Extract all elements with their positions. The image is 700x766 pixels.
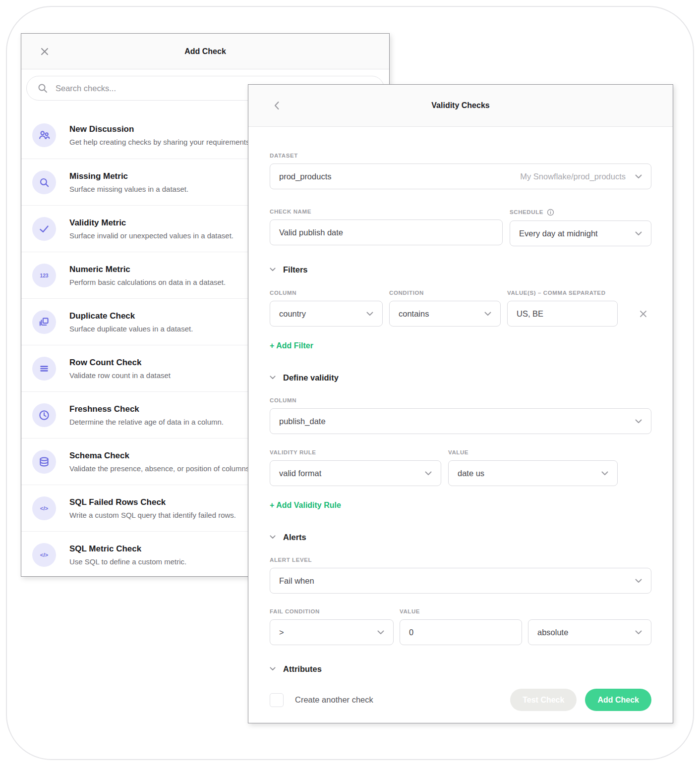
schedule-value: Every day at midnight — [519, 229, 598, 238]
filter-column-select[interactable]: country — [270, 301, 383, 327]
dataset-hint: My Snowflake/prod_products — [520, 172, 626, 181]
validity-rule-select[interactable]: valid format — [270, 460, 441, 486]
chevron-down-icon — [270, 376, 276, 380]
alert-level-label: ALERT LEVEL — [270, 557, 651, 563]
code-icon: </> — [32, 496, 56, 520]
add-check-header: Add Check — [21, 34, 389, 69]
alert-value-label: VALUE — [400, 608, 522, 615]
dataset-select[interactable]: prod_products My Snowflake/prod_products — [270, 164, 651, 189]
filters-section-toggle[interactable]: Filters — [270, 265, 651, 274]
validity-checks-header: Validity Checks — [248, 85, 673, 127]
chevron-down-icon — [601, 471, 608, 476]
magnifier-icon — [32, 170, 56, 194]
fail-condition-label: FAIL CONDITION — [270, 608, 394, 615]
dataset-label: DATASET — [270, 153, 651, 159]
dataset-value: prod_products — [279, 172, 332, 181]
chevron-down-icon — [270, 535, 276, 539]
filters-section-title: Filters — [283, 265, 308, 274]
chevron-down-icon — [270, 667, 276, 671]
define-validity-section-title: Define validity — [283, 373, 339, 383]
check-name-value: Valid publish date — [279, 228, 343, 237]
filter-values-input[interactable]: US, BE — [507, 301, 618, 327]
svg-text:123: 123 — [40, 273, 48, 278]
filter-condition-label: CONDITION — [389, 290, 501, 296]
info-icon[interactable] — [547, 209, 554, 216]
duplicate-icon — [32, 310, 56, 334]
fail-condition-select[interactable]: > — [270, 619, 394, 645]
chevron-down-icon — [635, 231, 642, 236]
chevron-down-icon — [270, 268, 276, 272]
rows-icon — [32, 357, 56, 381]
attributes-section-title: Attributes — [283, 664, 322, 674]
chevron-down-icon — [635, 174, 642, 179]
validity-checks-title: Validity Checks — [431, 101, 489, 110]
filter-values-label: VALUE(S) – COMMA SEPARATED — [507, 290, 618, 296]
alert-modifier-label — [528, 608, 651, 615]
alerts-section-toggle[interactable]: Alerts — [270, 532, 651, 542]
chevron-down-icon — [484, 312, 491, 316]
attributes-section-toggle[interactable]: Attributes — [270, 664, 651, 674]
create-another-label: Create another check — [295, 695, 373, 705]
validity-column-label: COLUMN — [270, 397, 651, 404]
schedule-label: SCHEDULE — [510, 209, 651, 216]
validity-checks-modal: Validity Checks DATASET prod_products My… — [248, 84, 673, 723]
add-check-title: Add Check — [184, 47, 226, 56]
people-icon — [32, 123, 56, 147]
check-name-label: CHECK NAME — [270, 209, 503, 215]
validity-column-select[interactable]: publish_date — [270, 408, 651, 434]
chevron-down-icon — [425, 471, 432, 476]
123-icon: 123 — [32, 264, 56, 287]
validity-value-label: VALUE — [448, 449, 618, 456]
search-placeholder: Search checks... — [56, 84, 116, 93]
svg-text:</>: </> — [40, 505, 49, 511]
check-name-input[interactable]: Valid publish date — [270, 219, 503, 245]
validity-value-select[interactable]: date us — [448, 460, 618, 486]
chevron-down-icon — [635, 419, 642, 424]
svg-text:</>: </> — [40, 552, 49, 558]
test-check-button[interactable]: Test Check — [510, 689, 577, 711]
chevron-down-icon — [377, 630, 384, 635]
chevron-down-icon — [635, 630, 642, 635]
add-check-button[interactable]: Add Check — [585, 689, 651, 711]
checkmark-icon — [32, 217, 56, 241]
filter-column-label: COLUMN — [270, 290, 383, 296]
schedule-select[interactable]: Every day at midnight — [510, 220, 651, 246]
filter-condition-select[interactable]: contains — [389, 301, 501, 327]
chevron-down-icon — [635, 579, 642, 583]
chevron-down-icon — [366, 312, 373, 316]
screen: Add Check Search checks... New Dis — [0, 0, 700, 766]
remove-filter-icon[interactable] — [637, 308, 651, 320]
alert-level-select[interactable]: Fail when — [270, 568, 651, 594]
modal-footer: Create another check Test Check Add Chec… — [270, 689, 651, 711]
alert-modifier-select[interactable]: absolute — [528, 619, 651, 645]
alerts-section-title: Alerts — [283, 532, 306, 542]
define-validity-section-toggle[interactable]: Define validity — [270, 373, 651, 383]
alert-value-input[interactable]: 0 — [400, 619, 522, 645]
back-chevron-icon[interactable] — [270, 98, 283, 113]
search-icon — [37, 83, 48, 94]
close-icon[interactable] — [37, 44, 52, 59]
code-icon: </> — [32, 543, 56, 567]
add-validity-rule-link[interactable]: + Add Validity Rule — [270, 501, 341, 510]
clock-icon — [32, 403, 56, 427]
database-icon — [32, 450, 56, 474]
validity-rule-label: VALIDITY RULE — [270, 449, 441, 456]
create-another-checkbox[interactable] — [270, 693, 284, 707]
add-filter-link[interactable]: + Add Filter — [270, 341, 313, 350]
